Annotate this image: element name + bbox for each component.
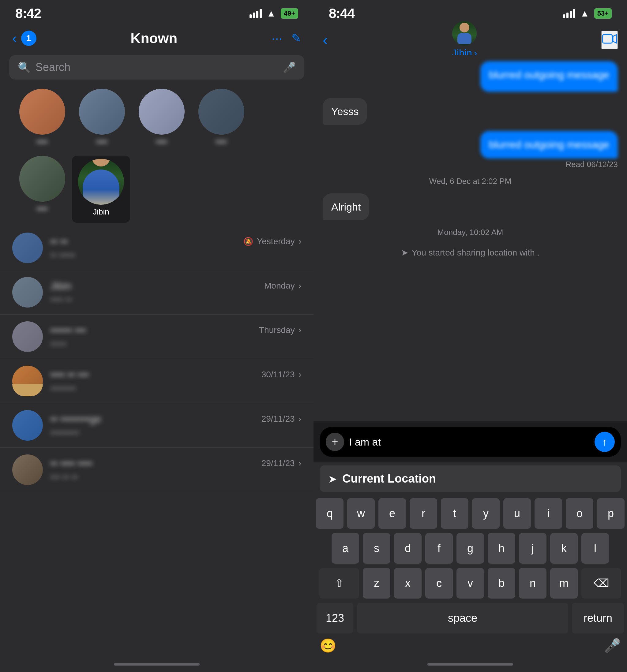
nav-bar-left: ‹ 1 Known ··· ✎ bbox=[0, 24, 314, 52]
status-time-left: 8:42 bbox=[15, 6, 41, 21]
number-key[interactable]: 123 bbox=[317, 603, 353, 633]
key-p[interactable]: p bbox=[597, 498, 625, 529]
avatar-label-5: •••• bbox=[37, 204, 47, 214]
key-w[interactable]: w bbox=[347, 498, 375, 529]
contact-avatar-3[interactable]: •••• bbox=[132, 89, 191, 147]
key-c[interactable]: c bbox=[425, 568, 453, 599]
key-q[interactable]: q bbox=[316, 498, 344, 529]
conversation-item-2[interactable]: Jibin Monday › •••• •• bbox=[0, 270, 314, 315]
key-u[interactable]: u bbox=[503, 498, 531, 529]
msg-wrapper-2: Yesss bbox=[323, 98, 618, 125]
key-l[interactable]: l bbox=[581, 533, 609, 564]
key-h[interactable]: h bbox=[488, 533, 515, 564]
location-share-text: You started sharing location with . bbox=[412, 248, 540, 258]
key-r[interactable]: r bbox=[410, 498, 437, 529]
space-key[interactable]: space bbox=[357, 603, 568, 633]
input-area: + ↑ bbox=[314, 422, 627, 462]
conversation-item-4[interactable]: •••• •• ••• 30/11/23 › •••••••• bbox=[0, 359, 314, 403]
left-panel: 8:42 ▲ 49+ ‹ 1 Known ··· ✎ 🔍 Search 🎤 bbox=[0, 0, 314, 672]
key-f[interactable]: f bbox=[425, 533, 453, 564]
input-row: + ↑ bbox=[320, 427, 621, 457]
convo-name-bar-2: Jibin Monday › bbox=[50, 280, 301, 292]
delete-key[interactable]: ⌫ bbox=[581, 568, 621, 599]
chevron-2: › bbox=[299, 281, 301, 291]
convo-time-6: 29/11/23 bbox=[261, 458, 295, 468]
key-x[interactable]: x bbox=[394, 568, 422, 599]
more-options-button[interactable]: ··· bbox=[272, 31, 282, 46]
key-z[interactable]: z bbox=[363, 568, 390, 599]
chat-contact-info[interactable]: Jibin › bbox=[452, 21, 477, 59]
back-with-badge[interactable]: ‹ 1 bbox=[12, 31, 37, 46]
key-e[interactable]: e bbox=[378, 498, 406, 529]
msg-read-receipt: Read 06/12/23 bbox=[565, 160, 618, 169]
current-location-suggestion[interactable]: ➤ Current Location bbox=[320, 465, 621, 492]
home-bar-right bbox=[427, 663, 513, 666]
convo-content-5: •• ••••••••ge 29/11/23 › ••••••••• bbox=[50, 413, 301, 438]
contact-avatar-4[interactable]: •••• bbox=[191, 89, 251, 147]
convo-name-4: •••• •• ••• bbox=[50, 369, 89, 381]
convo-time-3: Thursday bbox=[259, 325, 295, 335]
plus-button[interactable]: + bbox=[326, 433, 344, 451]
video-call-button[interactable] bbox=[601, 31, 618, 49]
msg-wrapper-1: blurred outgoing message bbox=[323, 61, 618, 92]
send-button[interactable]: ↑ bbox=[595, 432, 615, 452]
contact-avatar-1[interactable]: •••• bbox=[12, 89, 72, 147]
conversation-item-1[interactable]: •• •• 🔕 Yesterday › •• ••••• bbox=[0, 226, 314, 270]
avatar-label-3: •••• bbox=[156, 137, 167, 147]
key-a[interactable]: a bbox=[331, 533, 359, 564]
convo-time-2: Monday bbox=[264, 281, 295, 291]
convo-preview-4: •••••••• bbox=[50, 383, 301, 393]
key-s[interactable]: s bbox=[363, 533, 390, 564]
key-m[interactable]: m bbox=[550, 568, 578, 599]
key-t[interactable]: t bbox=[441, 498, 468, 529]
key-b[interactable]: b bbox=[488, 568, 515, 599]
key-y[interactable]: y bbox=[472, 498, 500, 529]
shift-key[interactable]: ⇧ bbox=[319, 568, 359, 599]
conversation-item-5[interactable]: •• ••••••••ge 29/11/23 › ••••••••• bbox=[0, 403, 314, 448]
status-icons-right: ▲ 53+ bbox=[563, 8, 612, 19]
avatar-label-4: •••• bbox=[215, 137, 227, 147]
plus-icon: + bbox=[331, 435, 338, 448]
key-o[interactable]: o bbox=[566, 498, 593, 529]
contact-avatar-2[interactable]: •••• bbox=[72, 89, 132, 147]
contact-avatar-5[interactable]: •••• bbox=[12, 156, 72, 214]
wifi-icon-right: ▲ bbox=[580, 8, 589, 19]
conversation-item-6[interactable]: •• •••• •••• 29/11/23 › ••• •• •• bbox=[0, 448, 314, 492]
chat-nav: ‹ Jibin › bbox=[314, 24, 627, 55]
return-key[interactable]: return bbox=[572, 603, 624, 633]
convo-content-2: Jibin Monday › •••• •• bbox=[50, 280, 301, 305]
emoji-button[interactable]: 😊 bbox=[320, 638, 336, 654]
mic-icon[interactable]: 🎤 bbox=[283, 61, 296, 73]
contact-jibin-card[interactable]: Jibin bbox=[72, 156, 130, 223]
convo-content-6: •• •••• •••• 29/11/23 › ••• •• •• bbox=[50, 457, 301, 482]
keyboard-row-2: a s d f g h j k l bbox=[317, 533, 624, 564]
conversation-item-3[interactable]: •••••• ••• Thursday › ••••• bbox=[0, 315, 314, 359]
chevron-3: › bbox=[299, 325, 301, 335]
jibin-label: Jibin bbox=[93, 207, 109, 217]
message-input[interactable] bbox=[349, 436, 590, 448]
signal-bars-left bbox=[250, 9, 262, 18]
send-icon: ↑ bbox=[602, 436, 607, 448]
key-i[interactable]: i bbox=[535, 498, 562, 529]
search-bar[interactable]: 🔍 Search 🎤 bbox=[9, 55, 304, 79]
compose-button[interactable]: ✎ bbox=[292, 31, 301, 45]
key-g[interactable]: g bbox=[457, 533, 484, 564]
convo-preview-5: ••••••••• bbox=[50, 428, 301, 438]
convo-content-3: •••••• ••• Thursday › ••••• bbox=[50, 325, 301, 349]
key-n[interactable]: n bbox=[519, 568, 547, 599]
chat-back-button[interactable]: ‹ bbox=[323, 31, 328, 49]
key-d[interactable]: d bbox=[394, 533, 422, 564]
chevron-5: › bbox=[299, 414, 301, 424]
right-panel: 8:44 ▲ 53+ ‹ Jibin › bbox=[314, 0, 627, 672]
convo-name-6: •• •••• •••• bbox=[50, 457, 92, 470]
keyboard-mic-button[interactable]: 🎤 bbox=[604, 638, 621, 654]
msg-bubble-alright: Alright bbox=[323, 193, 369, 220]
key-j[interactable]: j bbox=[519, 533, 547, 564]
key-v[interactable]: v bbox=[457, 568, 484, 599]
msg-timestamp-2: Monday, 10:02 AM bbox=[323, 228, 618, 237]
key-k[interactable]: k bbox=[550, 533, 578, 564]
back-chevron-left[interactable]: ‹ bbox=[12, 31, 17, 46]
msg-bubble-1: blurred outgoing message bbox=[480, 61, 618, 92]
convo-name-bar-5: •• ••••••••ge 29/11/23 › bbox=[50, 413, 301, 425]
msg-text-alright: Alright bbox=[331, 201, 361, 213]
